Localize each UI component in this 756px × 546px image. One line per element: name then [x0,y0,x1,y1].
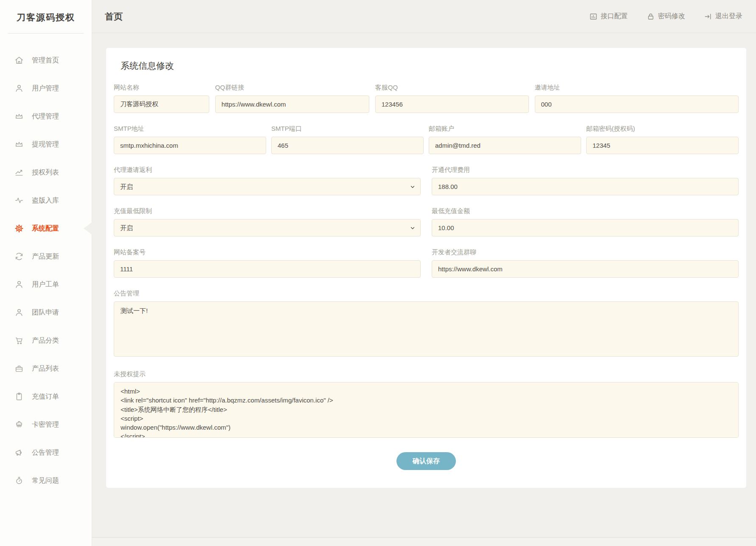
service-qq-field: 客服QQ [375,84,529,113]
email-account-label: 邮箱账户 [429,125,581,133]
sidebar-item-product-updates[interactable]: 产品更新 [0,242,92,270]
announcement-label: 公告管理 [114,290,739,298]
invite-address-label: 邀请地址 [535,84,739,92]
agent-invite-rebate-select[interactable]: 开启 [114,178,421,195]
trend-chart-icon [14,168,24,177]
sidebar-item-label: 产品更新 [32,252,59,261]
content: 系统信息修改 网站名称 QQ群链接 客服QQ 邀请地 [92,33,756,537]
brand-title: 刀客源码授权 [0,0,92,33]
sidebar-item-announcements[interactable]: 公告管理 [0,439,92,467]
sidebar-item-dashboard[interactable]: 管理首页 [0,46,92,74]
dev-group-chat-input[interactable] [432,260,739,278]
cart-icon [14,336,24,345]
crown-icon [14,140,24,149]
sidebar-item-agents[interactable]: 代理管理 [0,102,92,130]
sidebar-item-label: 团队申请 [32,308,59,317]
topbar: 首页 接口配置 密码修改 退出登录 [92,0,756,33]
brush-icon [14,420,24,429]
icp-number-field: 网站备案号 [114,248,421,278]
sidebar-item-label: 公告管理 [32,448,59,457]
invite-address-input[interactable] [535,96,739,113]
form-row-3: 代理邀请返利 开启 开通代理费用 [114,166,739,195]
sidebar-item-label: 用户管理 [32,84,59,93]
email-password-field: 邮箱密码(授权码) [586,125,739,154]
sidebar-item-label: 盗版入库 [32,196,59,205]
recharge-min-limit-select[interactable]: 开启 [114,219,421,236]
home-icon [14,56,24,65]
pulse-icon [14,196,24,205]
logout-icon [704,12,712,21]
smtp-port-label: SMTP端口 [271,125,424,133]
api-config-icon [589,12,598,21]
sidebar-item-faq[interactable]: 常见问题 [0,467,92,495]
sidebar-item-users[interactable]: 用户管理 [0,74,92,102]
form-row-announcement: 公告管理 测试一下! [114,290,739,358]
invite-address-field: 邀请地址 [535,84,739,113]
form-row-1: 网站名称 QQ群链接 客服QQ 邀请地址 [114,84,739,113]
briefcase-icon [14,364,24,373]
sidebar-item-label: 充值订单 [32,392,59,401]
recharge-min-amount-input[interactable] [432,219,739,236]
sidebar-item-label: 系统配置 [32,224,59,233]
service-qq-label: 客服QQ [375,84,529,92]
stopwatch-icon [14,476,24,485]
footer: Copyright © 2024.Happy Gong NET All righ… [92,537,756,546]
user-icon [14,308,24,317]
site-name-label: 网站名称 [114,84,209,92]
sidebar-item-product-list[interactable]: 产品列表 [0,355,92,383]
sidebar-item-withdrawals[interactable]: 提现管理 [0,130,92,158]
user-icon [14,84,24,93]
sidebar-item-recharge-orders[interactable]: 充值订单 [0,383,92,411]
lock-icon [646,12,655,21]
qq-group-link-input[interactable] [215,96,369,113]
sidebar: 刀客源码授权 管理首页 用户管理 代理管理 提现管理 授权列表 [0,0,92,546]
logout-label: 退出登录 [715,12,742,21]
agent-open-fee-input[interactable] [432,178,739,195]
sidebar-item-label: 代理管理 [32,112,59,121]
icp-number-input[interactable] [114,260,421,278]
smtp-address-field: SMTP地址 [114,125,266,154]
email-password-label: 邮箱密码(授权码) [586,125,739,133]
site-name-input[interactable] [114,96,209,113]
dev-group-chat-field: 开发者交流群聊 [432,248,739,278]
form-row-unauthorized: 未授权提示 <html> <link rel="shortcut icon" h… [114,370,739,439]
email-account-field: 邮箱账户 [429,125,581,154]
sidebar-item-tickets[interactable]: 用户工单 [0,270,92,298]
unauthorized-tip-field: 未授权提示 <html> <link rel="shortcut icon" h… [114,370,739,439]
smtp-port-input[interactable] [271,137,424,154]
email-password-input[interactable] [586,137,739,154]
page-title: 首页 [105,11,123,23]
sidebar-item-label: 用户工单 [32,280,59,289]
sidebar-item-system-config[interactable]: 系统配置 [0,214,92,242]
sidebar-item-piracy[interactable]: 盗版入库 [0,186,92,214]
qq-group-link-label: QQ群链接 [215,84,369,92]
sidebar-item-card-keys[interactable]: 卡密管理 [0,411,92,439]
sidebar-item-label: 产品分类 [32,336,59,345]
logout-button[interactable]: 退出登录 [704,12,742,21]
smtp-address-input[interactable] [114,137,266,154]
change-password-button[interactable]: 密码修改 [646,12,685,21]
sidebar-menu: 管理首页 用户管理 代理管理 提现管理 授权列表 盗版入库 [0,46,92,495]
sidebar-item-licenses[interactable]: 授权列表 [0,158,92,186]
unauthorized-tip-textarea[interactable]: <html> <link rel="shortcut icon" href="h… [114,382,739,438]
crown-icon [14,112,24,121]
email-account-input[interactable] [429,137,581,154]
sidebar-item-label: 授权列表 [32,168,59,177]
megaphone-icon [14,448,24,457]
topbar-actions: 接口配置 密码修改 退出登录 [589,12,742,21]
page: 刀客源码授权 管理首页 用户管理 代理管理 提现管理 授权列表 [0,0,756,546]
change-password-label: 密码修改 [658,12,685,21]
qq-group-link-field: QQ群链接 [215,84,369,113]
recharge-min-limit-label: 充值最低限制 [114,207,421,215]
service-qq-input[interactable] [375,96,529,113]
sidebar-item-product-categories[interactable]: 产品分类 [0,326,92,355]
save-button[interactable]: 确认保存 [396,452,456,470]
sidebar-item-team-apply[interactable]: 团队申请 [0,298,92,326]
user-icon [14,280,24,289]
system-info-card: 系统信息修改 网站名称 QQ群链接 客服QQ 邀请地 [106,48,746,488]
button-row: 确认保存 [114,452,739,470]
clipboard-icon [14,392,24,401]
smtp-port-field: SMTP端口 [271,125,424,154]
announcement-textarea[interactable]: 测试一下! [114,301,739,357]
api-config-button[interactable]: 接口配置 [589,12,628,21]
